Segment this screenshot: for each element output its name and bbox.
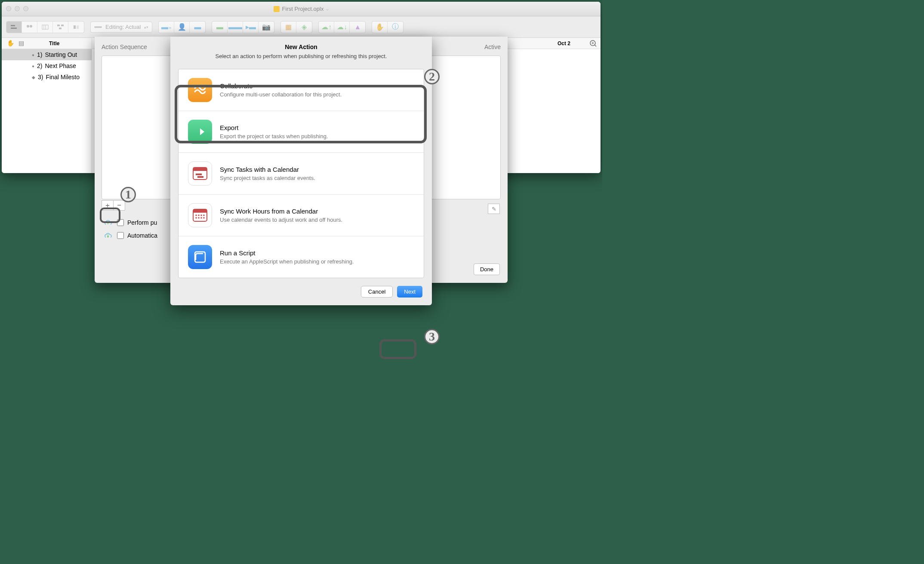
checkbox[interactable] (117, 232, 124, 239)
change-button[interactable]: ▲ (350, 22, 365, 33)
publish-button[interactable]: ☁↑ (319, 22, 334, 33)
svg-point-28 (200, 217, 202, 219)
export-icon (188, 120, 212, 144)
cloud-up-icon (104, 219, 114, 226)
action-name: Collaborate (220, 82, 342, 90)
title-column-label: Title (49, 40, 59, 46)
action-desc: Configure multi-user collaboration for t… (220, 91, 342, 98)
diamond-icon: ◆ (32, 75, 35, 80)
add-task-button[interactable]: ▬₊ (159, 22, 174, 33)
task-label: Starting Out (45, 51, 77, 58)
level-button[interactable]: ▬ (212, 22, 228, 33)
svg-point-22 (195, 214, 197, 216)
svg-rect-21 (193, 209, 207, 213)
split-button[interactable]: ▬▬ (228, 22, 243, 33)
remove-action-button[interactable]: − (113, 200, 125, 211)
svg-rect-4 (42, 25, 48, 29)
edit-button[interactable]: ✎ (488, 204, 500, 214)
list-icon[interactable]: ▤ (18, 40, 24, 46)
baseline-button[interactable]: ▦ (281, 22, 296, 33)
reschedule-button[interactable]: 📷 (259, 22, 274, 33)
task-row[interactable]: ● 1) Starting Out (2, 49, 92, 60)
action-desc: Export the project or tasks when publish… (220, 133, 328, 139)
svg-rect-19 (197, 176, 203, 178)
calendar-view-button[interactable] (37, 22, 53, 33)
filter-group[interactable]: ▦ ◈ (280, 21, 312, 33)
svg-point-24 (200, 214, 202, 216)
chevron-down-icon[interactable]: ⌵ (326, 6, 329, 11)
date-label: Oct 2 (557, 40, 570, 46)
view-group[interactable] (6, 21, 84, 33)
titlebar: First Project.oplx ⌵ (2, 2, 601, 16)
add-resource-button[interactable]: 👤 (174, 22, 190, 33)
new-action-modal: New Action Select an action to perform w… (170, 37, 432, 305)
info-button[interactable]: ⓘ (388, 22, 403, 33)
svg-rect-9 (59, 28, 62, 29)
critical-button[interactable]: ◈ (296, 22, 312, 33)
task-label: Next Phase (45, 62, 76, 69)
violations-button[interactable]: ✋ (372, 22, 388, 33)
next-button[interactable]: Next (397, 286, 422, 297)
action-sync-tasks[interactable]: Sync Tasks with a Calendar Sync project … (179, 153, 424, 195)
traffic-lights[interactable] (6, 6, 28, 11)
cloud-down-icon (104, 232, 114, 239)
svg-point-25 (203, 214, 205, 216)
svg-rect-0 (11, 25, 15, 26)
svg-point-3 (30, 25, 32, 28)
action-collaborate[interactable]: Collaborate Configure multi-user collabo… (179, 69, 424, 111)
svg-point-2 (27, 25, 29, 28)
cancel-button[interactable]: Cancel (361, 286, 393, 297)
action-name: Export (220, 124, 328, 131)
action-sync-hours[interactable]: Sync Work Hours from a Calendar Use cale… (179, 195, 424, 236)
update-button[interactable]: ☁↓ (334, 22, 350, 33)
title-text: First Project.oplx (282, 6, 324, 12)
svg-rect-18 (196, 174, 202, 175)
add-milestone-button[interactable]: ▬ (190, 22, 205, 33)
outline-column: Title ● 1) Starting Out ● 2) Next Phase … (2, 38, 92, 173)
checkbox-label: Automatica (127, 232, 157, 239)
action-name: Sync Work Hours from a Calendar (220, 208, 342, 215)
zoom-in-icon[interactable] (589, 40, 597, 47)
svg-point-29 (203, 217, 205, 219)
task-number: 2) (37, 62, 42, 69)
resource-view-button[interactable] (22, 22, 37, 33)
gantt-view-button[interactable] (6, 22, 22, 33)
action-export[interactable]: Export Export the project or tasks when … (179, 111, 424, 153)
level-group[interactable]: ▬ ▬▬ ▸▬ 📷 (212, 21, 274, 33)
svg-rect-1 (11, 28, 17, 29)
task-group[interactable]: ▬₊ 👤 ▬ (158, 21, 206, 33)
add-action-button[interactable]: ＋ (102, 200, 114, 211)
action-desc: Sync project tasks as calendar events. (220, 175, 315, 181)
catchup-button[interactable]: ▸▬ (243, 22, 259, 33)
toolbar: Editing: Actual ▴▾ ▬₊ 👤 ▬ ▬ ▬▬ ▸▬ 📷 ▦ ◈ … (2, 16, 601, 38)
action-name: Sync Tasks with a Calendar (220, 166, 315, 173)
task-row[interactable]: ◆ 3) Final Milesto (2, 71, 92, 83)
close-icon[interactable] (6, 6, 11, 11)
action-list: Collaborate Configure multi-user collabo… (178, 69, 424, 278)
status-label: Active (484, 43, 501, 50)
hand-icon[interactable]: ✋ (7, 40, 14, 46)
task-label: Final Milesto (46, 74, 80, 81)
network-view-button[interactable] (53, 22, 68, 33)
zoom-icon[interactable] (23, 6, 28, 11)
callout-number-1: 1 (120, 187, 136, 202)
action-name: Run a Script (220, 249, 354, 257)
sync-group[interactable]: ☁↑ ☁↓ ▲ (318, 21, 366, 33)
style-view-button[interactable] (68, 22, 84, 33)
task-number: 1) (37, 51, 42, 58)
checkbox[interactable] (117, 219, 124, 226)
bullet-icon: ● (32, 64, 34, 68)
calendar-hours-icon (188, 203, 212, 227)
svg-point-26 (195, 217, 197, 219)
minimize-icon[interactable] (15, 6, 20, 11)
svg-rect-8 (61, 25, 64, 26)
modal-title: New Action (178, 43, 424, 50)
callout-number-3: 3 (424, 329, 440, 344)
task-row[interactable]: ● 2) Next Phase (2, 60, 92, 71)
issue-group[interactable]: ✋ ⓘ (372, 21, 403, 33)
editing-mode-select[interactable]: Editing: Actual ▴▾ (90, 22, 152, 33)
svg-rect-11 (77, 25, 79, 29)
action-run-script[interactable]: Run a Script Execute an AppleScript when… (179, 236, 424, 278)
done-button[interactable]: Done (474, 263, 500, 275)
window-title: First Project.oplx ⌵ (274, 6, 329, 12)
